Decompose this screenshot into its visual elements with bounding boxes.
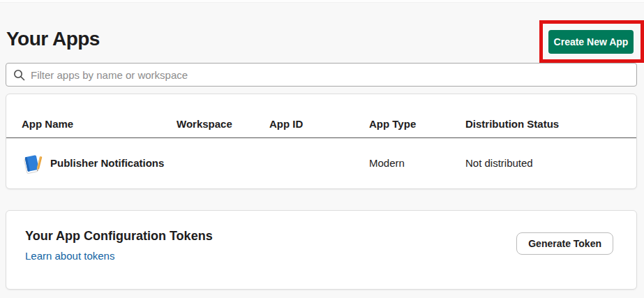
page-top-edge [0,0,644,3]
column-header-app-id: App ID [269,118,369,130]
app-type-value: Modern [369,157,465,169]
create-new-app-button[interactable]: Create New App [548,30,634,54]
generate-token-button[interactable]: Generate Token [516,232,613,255]
distribution-status-value: Not distributed [465,157,636,169]
apps-table-card: App Name Workspace App ID App Type Distr… [6,94,637,189]
apps-table-header: App Name Workspace App ID App Type Distr… [6,94,636,138]
app-icon [22,152,44,174]
app-config-tokens-card: Your App Configuration Tokens Learn abou… [6,210,637,290]
column-header-app-name: App Name [6,118,177,130]
learn-about-tokens-link[interactable]: Learn about tokens [25,250,114,262]
column-header-app-type: App Type [369,118,465,130]
column-header-workspace: Workspace [177,118,269,130]
page-title: Your Apps [6,28,100,50]
search-input[interactable] [31,69,629,81]
column-header-distribution-status: Distribution Status [465,118,636,130]
search-icon [13,69,25,81]
app-name[interactable]: Publisher Notifications [50,157,164,169]
table-row[interactable]: Publisher Notifications Modern Not distr… [6,138,636,188]
app-filter-searchbar[interactable] [6,63,637,87]
